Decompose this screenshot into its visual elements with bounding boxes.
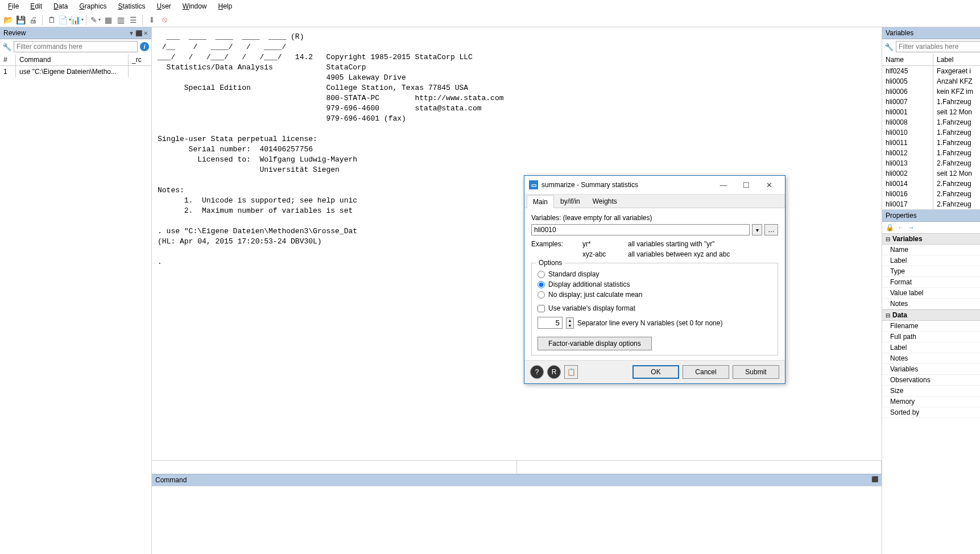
dialog-titlebar[interactable]: ▭ summarize - Summary statistics — ☐ ✕ — [524, 176, 785, 195]
variable-row[interactable]: hli00101.Fahrzeug — [882, 127, 980, 138]
print-icon[interactable]: 🖨 — [27, 14, 39, 26]
variable-row[interactable]: hli0001seit 12 Mon — [882, 107, 980, 117]
prop-row[interactable]: Variables — [882, 364, 980, 375]
section-variables[interactable]: Variables — [882, 233, 980, 245]
variable-row[interactable]: hli00121.Fahrzeug — [882, 148, 980, 158]
viewer-dropdown[interactable]: 📄 — [59, 14, 70, 26]
review-filter-input[interactable] — [14, 41, 138, 52]
menu-graphics[interactable]: Graphics — [73, 1, 112, 11]
col-command[interactable]: Command — [16, 54, 129, 65]
close-icon[interactable]: ✕ — [143, 30, 148, 36]
radio-additional[interactable]: Display additional statistics — [537, 280, 772, 288]
open-icon[interactable]: 📂 — [2, 14, 14, 26]
break-icon[interactable]: ⦸ — [159, 14, 170, 26]
prop-row[interactable]: Format — [882, 277, 980, 288]
prop-row[interactable]: Size — [882, 386, 980, 396]
col-label[interactable]: Label — [933, 54, 980, 65]
variables-list[interactable]: hlf0245Faxgeraet ihli0005Anzahl KFZhli00… — [882, 66, 980, 209]
submit-button[interactable]: Submit — [733, 365, 779, 379]
menu-edit[interactable]: Edit — [24, 1, 48, 11]
command-title: Command — [155, 476, 187, 484]
prop-row[interactable]: Filename — [882, 321, 980, 332]
variables-dropdown-icon[interactable]: ▾ — [752, 224, 762, 235]
graph-dropdown[interactable]: 📊 — [71, 14, 82, 26]
prop-row[interactable]: Notes — [882, 299, 980, 309]
review-table-header: # Command _rc — [0, 54, 151, 66]
ok-button[interactable]: OK — [632, 365, 679, 379]
wrench-icon[interactable]: 🔧 — [884, 43, 894, 51]
radio-standard[interactable]: Standard display — [537, 270, 772, 278]
prev-icon[interactable]: ← — [898, 224, 904, 231]
log-icon[interactable]: 🗒 — [46, 14, 57, 26]
reset-icon[interactable]: R — [547, 365, 561, 379]
menu-statistics[interactable]: Statistics — [112, 1, 151, 11]
prop-row[interactable]: Type — [882, 266, 980, 277]
col-rc[interactable]: _rc — [129, 54, 151, 65]
variable-row[interactable]: hli00081.Fahrzeug — [882, 117, 980, 127]
menu-user[interactable]: User — [151, 1, 176, 11]
prop-row[interactable]: Observations — [882, 375, 980, 386]
separator-spinner[interactable] — [537, 317, 563, 329]
prop-row[interactable]: Value label — [882, 288, 980, 299]
minimize-icon[interactable]: — — [712, 178, 735, 192]
save-icon[interactable]: 💾 — [15, 14, 26, 26]
menu-file[interactable]: File — [2, 1, 24, 11]
help-icon[interactable]: ? — [530, 365, 544, 379]
command-input[interactable] — [152, 486, 882, 554]
variable-row[interactable]: hlf0245Faxgeraet i — [882, 66, 980, 76]
prop-row[interactable]: Notes — [882, 353, 980, 364]
section-data[interactable]: Data — [882, 309, 980, 321]
variable-row[interactable]: hli00071.Fahrzeug — [882, 97, 980, 107]
prop-row[interactable]: Label — [882, 342, 980, 353]
info-icon[interactable]: i — [140, 42, 149, 51]
check-format[interactable]: Use variable's display format — [537, 304, 772, 312]
variables-filter-input[interactable] — [896, 41, 980, 52]
copy-icon[interactable]: 📋 — [564, 365, 578, 379]
spinner-buttons[interactable]: ▲▼ — [566, 317, 574, 329]
col-number[interactable]: # — [0, 54, 16, 65]
variables-manager-icon[interactable]: ☰ — [127, 14, 139, 26]
variable-row[interactable]: hli00132.Fahrzeug — [882, 158, 980, 168]
maximize-icon[interactable]: ☐ — [735, 178, 758, 192]
variable-row[interactable]: hli0006kein KFZ im — [882, 86, 980, 97]
example-desc: all variables starting with "yr" — [628, 240, 778, 248]
menu-window[interactable]: Window — [177, 1, 213, 11]
var-label: kein KFZ im — [933, 86, 980, 97]
variables-input[interactable] — [531, 224, 750, 235]
tab-weights[interactable]: Weights — [586, 195, 623, 208]
dofile-dropdown[interactable]: ✎ — [90, 14, 101, 26]
variable-row[interactable]: hli00111.Fahrzeug — [882, 138, 980, 148]
data-editor-icon[interactable]: ▦ — [102, 14, 114, 26]
continue-icon[interactable]: ⬇ — [146, 14, 158, 26]
var-label: Faxgeraet i — [933, 66, 980, 76]
wrench-icon[interactable]: 🔧 — [2, 43, 11, 51]
prop-row[interactable]: Sorted by — [882, 407, 980, 418]
separator — [86, 15, 86, 25]
prop-row[interactable]: Full path — [882, 332, 980, 342]
menu-help[interactable]: Help — [213, 1, 238, 11]
variables-browse-button[interactable]: … — [764, 224, 778, 235]
pin-icon[interactable]: ⬛ — [871, 476, 878, 484]
cancel-button[interactable]: Cancel — [683, 365, 729, 379]
review-row[interactable]: 1 use "C:\Eigene Dateien\Metho... — [0, 66, 151, 77]
variable-row[interactable]: hli00162.Fahrzeug — [882, 189, 980, 199]
tab-byifin[interactable]: by/if/in — [554, 195, 586, 208]
filter-toggle-icon[interactable]: ▼ — [129, 30, 134, 36]
prop-row[interactable]: Name — [882, 245, 980, 255]
lock-icon[interactable]: 🔒 — [886, 224, 894, 231]
next-icon[interactable]: → — [908, 224, 915, 231]
col-name[interactable]: Name — [882, 54, 933, 65]
variable-row[interactable]: hli00142.Fahrzeug — [882, 179, 980, 189]
tab-main[interactable]: Main — [527, 195, 554, 208]
close-icon[interactable]: ✕ — [758, 178, 780, 192]
radio-nodisplay[interactable]: No display; just calculate mean — [537, 291, 772, 299]
menu-data[interactable]: Data — [48, 1, 73, 11]
factor-variable-button[interactable]: Factor-variable display options — [537, 337, 652, 350]
prop-row[interactable]: Label — [882, 255, 980, 266]
data-browser-icon[interactable]: ▥ — [115, 14, 126, 26]
prop-row[interactable]: Memory — [882, 396, 980, 407]
variable-row[interactable]: hli0005Anzahl KFZ — [882, 76, 980, 86]
pin-icon[interactable]: ⬛ — [135, 30, 142, 36]
variable-row[interactable]: hli0002seit 12 Mon — [882, 168, 980, 179]
variable-row[interactable]: hli00172.Fahrzeug — [882, 199, 980, 209]
